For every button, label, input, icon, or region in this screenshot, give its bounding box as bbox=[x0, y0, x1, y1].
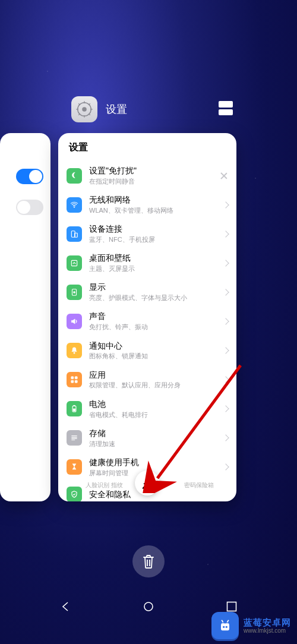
svg-point-15 bbox=[74, 291, 75, 293]
nav-home-button[interactable] bbox=[142, 600, 155, 613]
svg-rect-18 bbox=[75, 377, 77, 379]
row-subtitle: WLAN、双卡管理、移动网络 bbox=[89, 206, 216, 214]
svg-rect-22 bbox=[74, 405, 75, 406]
device-icon bbox=[67, 226, 82, 242]
svg-point-31 bbox=[226, 626, 228, 628]
pin-button[interactable] bbox=[135, 471, 160, 495]
svg-rect-20 bbox=[75, 380, 77, 383]
watermark-title: 蓝莓安卓网 bbox=[244, 617, 291, 627]
settings-row[interactable]: 应用权限管理、默认应用、应用分身 bbox=[58, 365, 236, 394]
row-title: 无线和网络 bbox=[89, 195, 216, 205]
watermark-logo-icon bbox=[211, 612, 239, 639]
svg-point-10 bbox=[74, 206, 75, 207]
svg-line-33 bbox=[228, 620, 229, 623]
row-title: 显示 bbox=[89, 282, 216, 292]
row-title: 声音 bbox=[89, 311, 216, 321]
svg-rect-23 bbox=[73, 409, 75, 411]
display-icon bbox=[67, 285, 82, 300]
settings-row[interactable]: 声音免打扰、铃声、振动 bbox=[58, 307, 236, 336]
watermark-url: www.lmkjst.com bbox=[244, 627, 291, 634]
row-subtitle: 在指定时间静音 bbox=[89, 177, 213, 185]
settings-row[interactable]: 无线和网络WLAN、双卡管理、移动网络 bbox=[58, 190, 236, 219]
settings-row[interactable]: 通知中心图标角标、锁屏通知 bbox=[58, 336, 236, 365]
chevron-right-icon bbox=[222, 464, 229, 471]
toggle-switch[interactable] bbox=[16, 169, 43, 184]
chevron-right-icon bbox=[222, 231, 229, 237]
row-title: 桌面和壁纸 bbox=[89, 253, 216, 263]
row-title: 设置"免打扰" bbox=[89, 166, 213, 176]
svg-point-27 bbox=[144, 602, 153, 611]
wifi-icon bbox=[67, 197, 82, 213]
watermark: 蓝莓安卓网 www.lmkjst.com bbox=[206, 607, 297, 644]
row-subtitle: 权限管理、默认应用、应用分身 bbox=[89, 381, 216, 389]
chevron-right-icon bbox=[222, 347, 229, 353]
clear-all-button[interactable] bbox=[132, 545, 165, 577]
storage-icon bbox=[67, 430, 82, 446]
svg-point-30 bbox=[223, 626, 225, 628]
svg-rect-29 bbox=[221, 624, 229, 631]
row-title: 通知中心 bbox=[89, 341, 216, 351]
row-title: 安全和隐私 bbox=[89, 490, 228, 500]
recents-app-name: 设置 bbox=[106, 102, 127, 116]
toggle-switch[interactable] bbox=[16, 200, 43, 215]
row-subtitle: 亮度、护眼模式、字体与显示大小 bbox=[89, 293, 216, 302]
chevron-right-icon bbox=[222, 377, 229, 383]
settings-app-icon bbox=[71, 96, 97, 122]
chevron-right-icon bbox=[222, 435, 229, 441]
recents-card-left[interactable] bbox=[0, 133, 50, 501]
svg-line-32 bbox=[222, 620, 223, 623]
settings-row[interactable]: 桌面和壁纸主题、灭屏显示 bbox=[58, 248, 236, 277]
chevron-right-icon bbox=[222, 318, 229, 324]
chevron-right-icon bbox=[222, 201, 229, 208]
row-title: 存储 bbox=[89, 428, 216, 438]
apps-icon bbox=[67, 372, 82, 387]
settings-row[interactable]: 显示亮度、护眼模式、字体与显示大小 bbox=[58, 277, 236, 307]
shield-icon bbox=[67, 487, 82, 501]
home-icon bbox=[67, 255, 82, 271]
chevron-right-icon bbox=[222, 289, 229, 295]
recents-header: 设置 bbox=[71, 96, 127, 122]
svg-rect-19 bbox=[71, 380, 74, 383]
split-screen-button[interactable] bbox=[219, 101, 233, 115]
battery-icon bbox=[67, 401, 82, 416]
card-title: 设置 bbox=[58, 133, 236, 161]
hourglass-icon bbox=[67, 459, 82, 475]
svg-rect-17 bbox=[71, 377, 74, 379]
row-title: 设备连接 bbox=[89, 224, 216, 234]
row-subtitle: 省电模式、耗电排行 bbox=[89, 411, 216, 419]
trash-icon bbox=[141, 554, 156, 569]
row-title: 电池 bbox=[89, 399, 216, 409]
close-icon[interactable] bbox=[220, 172, 228, 180]
recents-card-settings[interactable]: 设置 设置"免打扰"在指定时间静音无线和网络WLAN、双卡管理、移动网络设备连接… bbox=[58, 133, 236, 501]
row-subtitle: 免打扰、铃声、振动 bbox=[89, 323, 216, 331]
sound-icon bbox=[67, 314, 82, 329]
nav-back-button[interactable] bbox=[59, 600, 72, 613]
bell-icon bbox=[67, 343, 82, 358]
chevron-right-icon bbox=[222, 406, 229, 412]
svg-rect-13 bbox=[71, 260, 77, 266]
row-subtitle: 主题、灭屏显示 bbox=[89, 264, 216, 273]
svg-point-16 bbox=[74, 352, 75, 353]
row-subtitle: 蓝牙、NFC、手机投屏 bbox=[89, 235, 216, 244]
settings-row[interactable]: 存储清理加速 bbox=[58, 424, 236, 453]
row-title: 应用 bbox=[89, 370, 216, 380]
row-subtitle: 图标角标、锁屏通知 bbox=[89, 352, 216, 360]
settings-row[interactable]: 设置"免打扰"在指定时间静音 bbox=[58, 161, 236, 190]
moon-icon bbox=[67, 168, 82, 184]
row-title: 健康使用手机 bbox=[89, 457, 216, 468]
svg-point-1 bbox=[82, 107, 87, 112]
row-sub-right: 密码保险箱 bbox=[184, 481, 214, 490]
chevron-right-icon bbox=[222, 260, 229, 266]
row-subtitle: 清理加速 bbox=[89, 440, 216, 448]
row-sub-left: 人脸识别 指纹 bbox=[86, 481, 123, 490]
settings-row[interactable]: 设备连接蓝牙、NFC、手机投屏 bbox=[58, 219, 236, 248]
settings-row[interactable]: 电池省电模式、耗电排行 bbox=[58, 394, 236, 424]
pin-icon bbox=[143, 478, 153, 488]
